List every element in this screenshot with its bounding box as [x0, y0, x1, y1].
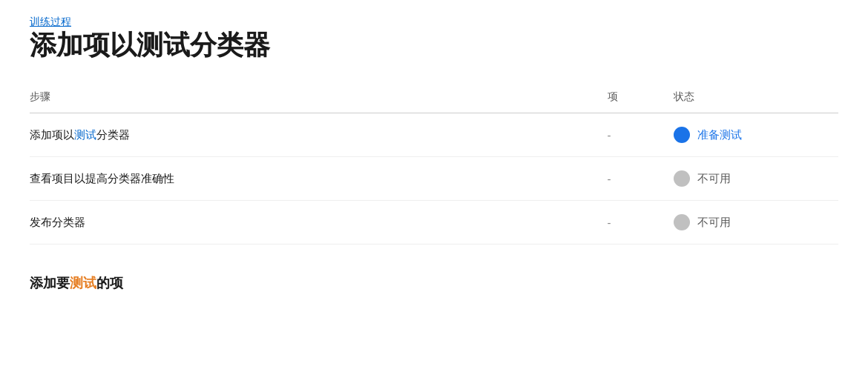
section-subtitle: 添加要测试的项: [30, 274, 838, 292]
status-label-2: 不可用: [697, 216, 731, 230]
status-cell-0: 准备测试: [674, 113, 838, 157]
page-title: 添加项以测试分类器: [30, 29, 838, 61]
status-label-0: 准备测试: [697, 128, 742, 142]
table-row: 添加项以测试分类器-准备测试: [30, 113, 838, 157]
step-cell-2: 发布分类器: [30, 201, 608, 245]
item-cell-2: -: [608, 201, 674, 245]
table-row: 发布分类器-不可用: [30, 201, 838, 245]
status-label-1: 不可用: [697, 172, 731, 186]
status-dot-0: [674, 127, 690, 143]
item-cell-0: -: [608, 113, 674, 157]
status-dot-2: [674, 214, 690, 230]
status-cell-1: 不可用: [674, 157, 838, 201]
table-row: 查看项目以提高分类器准确性-不可用: [30, 157, 838, 201]
breadcrumb-link[interactable]: 训练过程: [30, 16, 71, 27]
status-cell-2: 不可用: [674, 201, 838, 245]
col-header-item: 项: [608, 84, 674, 113]
status-dot-1: [674, 170, 690, 187]
steps-table: 步骤 项 状态 添加项以测试分类器-准备测试查看项目以提高分类器准确性-不可用发…: [30, 84, 838, 245]
step-cell-0[interactable]: 添加项以测试分类器: [30, 113, 608, 157]
item-cell-1: -: [608, 157, 674, 201]
col-header-step: 步骤: [30, 84, 608, 113]
breadcrumb: 训练过程: [30, 15, 838, 29]
col-header-status: 状态: [674, 84, 838, 113]
step-cell-1: 查看项目以提高分类器准确性: [30, 157, 608, 201]
